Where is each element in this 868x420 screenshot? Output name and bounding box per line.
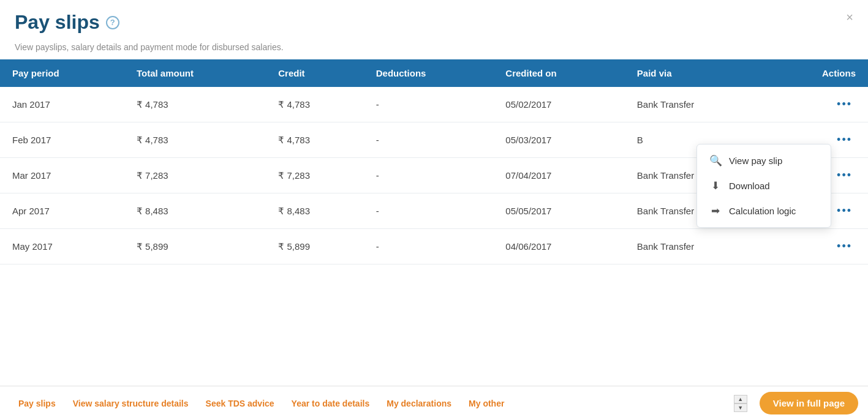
col-credited-on: Credited on: [493, 59, 624, 87]
cell-pay-period: Feb 2017: [0, 122, 124, 158]
actions-dots-button[interactable]: •••: [833, 132, 856, 148]
scroll-down-arrow[interactable]: ▼: [734, 403, 747, 412]
table-row: Jan 2017 ₹ 4,783 ₹ 4,783 - 05/02/2017 Ba…: [0, 87, 868, 122]
cell-pay-period: May 2017: [0, 229, 124, 264]
bottom-nav-links: Pay slipsView salary structure detailsSe…: [10, 395, 729, 412]
col-total-amount: Total amount: [124, 59, 266, 87]
cell-total-amount: ₹ 5,899: [124, 229, 266, 264]
cell-deductions: -: [364, 193, 494, 229]
nav-link-seek-tds-advice[interactable]: Seek TDS advice: [197, 395, 283, 412]
scroll-arrows: ▲ ▼: [734, 395, 747, 412]
cell-total-amount: ₹ 7,283: [124, 158, 266, 193]
dropdown-label-view-payslip: View pay slip: [729, 156, 782, 166]
help-icon[interactable]: ?: [106, 16, 119, 29]
actions-dots-button[interactable]: •••: [833, 203, 856, 219]
cell-paid-via: Bank Transfer: [625, 87, 767, 122]
cell-pay-period: Jan 2017: [0, 87, 124, 122]
cell-paid-via: Bank Transfer: [625, 229, 767, 264]
table-row: May 2017 ₹ 5,899 ₹ 5,899 - 04/06/2017 Ba…: [0, 229, 868, 264]
cell-credit: ₹ 8,483: [266, 193, 363, 229]
cell-actions: •••: [767, 87, 868, 122]
close-button[interactable]: ×: [846, 11, 853, 23]
actions-dropdown-menu: 🔍 View pay slip ⬇ Download ➡ Calculation…: [696, 144, 831, 228]
cell-credit: ₹ 4,783: [266, 87, 363, 122]
cell-credited-on: 05/03/2017: [493, 122, 624, 158]
nav-link-my-other[interactable]: My other: [460, 395, 513, 412]
cell-deductions: -: [364, 87, 494, 122]
cell-deductions: -: [364, 229, 494, 264]
cell-credited-on: 05/02/2017: [493, 87, 624, 122]
col-actions: Actions: [767, 59, 868, 87]
actions-dots-button[interactable]: •••: [833, 239, 856, 254]
col-paid-via: Paid via: [625, 59, 767, 87]
main-container: Pay slips ? × View payslips, salary deta…: [0, 0, 868, 420]
subtitle: View payslips, salary details and paymen…: [0, 42, 868, 52]
nav-link-pay-slips[interactable]: Pay slips: [10, 395, 64, 412]
col-credit: Credit: [266, 59, 363, 87]
cell-pay-period: Apr 2017: [0, 193, 124, 229]
dropdown-label-calculation-logic: Calculation logic: [729, 206, 796, 216]
col-pay-period: Pay period: [0, 59, 124, 87]
header: Pay slips ? ×: [0, 0, 868, 40]
cell-credited-on: 05/05/2017: [493, 193, 624, 229]
cell-deductions: -: [364, 122, 494, 158]
cell-deductions: -: [364, 158, 494, 193]
cell-credited-on: 04/06/2017: [493, 229, 624, 264]
cell-credited-on: 07/04/2017: [493, 158, 624, 193]
nav-link-my-declarations[interactable]: My declarations: [378, 395, 460, 412]
bottom-nav: Pay slipsView salary structure detailsSe…: [0, 386, 868, 420]
view-full-page-button[interactable]: View in full page: [760, 392, 858, 414]
nav-link-year-to-date-details[interactable]: Year to date details: [283, 395, 379, 412]
scroll-up-arrow[interactable]: ▲: [734, 395, 747, 403]
binoculars-icon: 🔍: [709, 154, 722, 167]
header-title-row: Pay slips ?: [15, 11, 853, 34]
cell-total-amount: ₹ 4,783: [124, 87, 266, 122]
nav-link-view-salary-structure-details[interactable]: View salary structure details: [64, 395, 197, 412]
cell-total-amount: ₹ 8,483: [124, 193, 266, 229]
cell-total-amount: ₹ 4,783: [124, 122, 266, 158]
cell-actions: •••: [767, 229, 868, 264]
cell-credit: ₹ 5,899: [266, 229, 363, 264]
actions-dots-button[interactable]: •••: [833, 168, 856, 183]
table-header-row: Pay period Total amount Credit Deduction…: [0, 59, 868, 87]
dropdown-item-download[interactable]: ⬇ Download: [697, 173, 831, 198]
cell-credit: ₹ 7,283: [266, 158, 363, 193]
cell-pay-period: Mar 2017: [0, 158, 124, 193]
arrow-circle-icon: ➡: [709, 204, 722, 217]
download-icon: ⬇: [709, 179, 722, 192]
actions-dots-button[interactable]: •••: [833, 97, 856, 112]
page-title: Pay slips: [15, 11, 100, 34]
col-deductions: Deductions: [364, 59, 494, 87]
dropdown-item-view-payslip[interactable]: 🔍 View pay slip: [697, 148, 831, 173]
dropdown-item-calculation-logic[interactable]: ➡ Calculation logic: [697, 198, 831, 223]
cell-credit: ₹ 4,783: [266, 122, 363, 158]
dropdown-label-download: Download: [729, 181, 770, 191]
